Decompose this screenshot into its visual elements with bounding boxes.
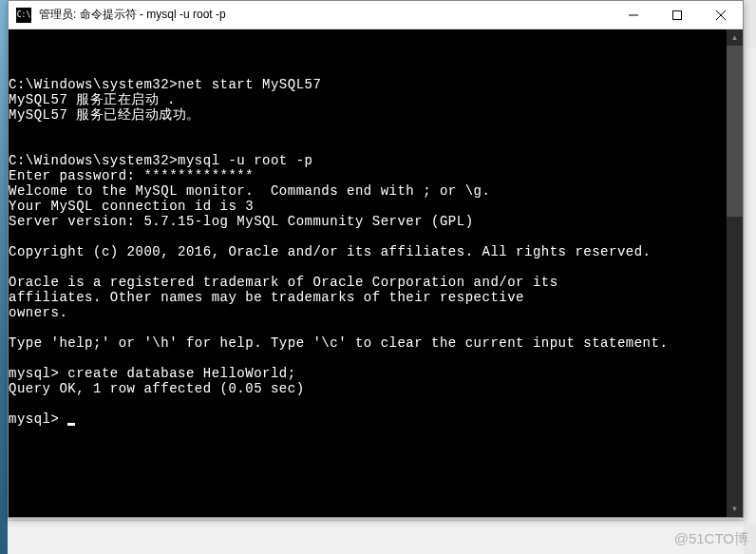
scroll-down-button[interactable]: ▼ xyxy=(727,501,743,517)
window-title: 管理员: 命令提示符 - mysql -u root -p xyxy=(39,7,612,23)
scroll-up-button[interactable]: ▲ xyxy=(727,29,743,46)
cursor xyxy=(67,423,75,426)
terminal-line xyxy=(9,229,743,244)
terminal-line xyxy=(9,62,743,77)
terminal-area[interactable]: C:\Windows\system32>net start MySQL57MyS… xyxy=(9,29,743,517)
terminal-line: Welcome to the MySQL monitor. Commands e… xyxy=(9,183,743,199)
close-button[interactable] xyxy=(699,2,743,29)
bottom-window-edge xyxy=(8,520,744,554)
terminal-line xyxy=(9,138,743,153)
minimize-button[interactable] xyxy=(612,2,655,29)
terminal-line: MySQL57 服务已经启动成功。 xyxy=(9,107,743,123)
terminal-line: Your MySQL connection id is 3 xyxy=(9,199,743,214)
terminal-line: Enter password: ************* xyxy=(9,168,743,183)
terminal-line: Type 'help;' or '\h' for help. Type '\c'… xyxy=(9,335,743,351)
terminal-line: C:\Windows\system32>net start MySQL57 xyxy=(9,77,743,92)
terminal-line: affiliates. Other names may be trademark… xyxy=(9,290,743,305)
maximize-button[interactable] xyxy=(655,2,699,29)
terminal-line xyxy=(9,31,743,47)
scrollbar[interactable]: ▲ ▼ xyxy=(727,29,743,517)
terminal-line: Server version: 5.7.15-log MySQL Communi… xyxy=(9,214,743,229)
minimize-icon xyxy=(629,10,638,20)
terminal-line: mysql> create database HelloWorld; xyxy=(9,366,743,381)
terminal-line: Query OK, 1 row affected (0.05 sec) xyxy=(9,381,743,396)
terminal-line: MySQL57 服务正在启动 . xyxy=(9,92,743,107)
terminal-line xyxy=(9,320,743,335)
terminal-line xyxy=(9,351,743,366)
scrollbar-thumb[interactable] xyxy=(727,46,743,217)
terminal-line: C:\Windows\system32>mysql -u root -p xyxy=(9,153,743,168)
close-icon xyxy=(716,10,726,20)
right-edge-content xyxy=(747,48,756,523)
terminal-line xyxy=(9,259,743,275)
maximize-icon xyxy=(672,10,682,20)
terminal-line: Oracle is a registered trademark of Orac… xyxy=(9,275,743,290)
terminal-line: mysql> xyxy=(9,411,743,427)
window-controls xyxy=(612,2,743,29)
titlebar[interactable]: C:\ 管理员: 命令提示符 - mysql -u root -p xyxy=(9,1,743,29)
watermark: @51CTO博 xyxy=(674,530,748,548)
terminal-line: owners. xyxy=(9,305,743,320)
left-edge-strip xyxy=(0,0,8,554)
terminal-line xyxy=(9,396,743,411)
terminal-line xyxy=(9,123,743,138)
cmd-window: C:\ 管理员: 命令提示符 - mysql -u root -p C:\Win… xyxy=(8,0,744,518)
cmd-icon: C:\ xyxy=(16,8,31,23)
terminal-line: Copyright (c) 2000, 2016, Oracle and/or … xyxy=(9,244,743,259)
terminal-line xyxy=(9,47,743,62)
svg-rect-1 xyxy=(673,10,682,19)
